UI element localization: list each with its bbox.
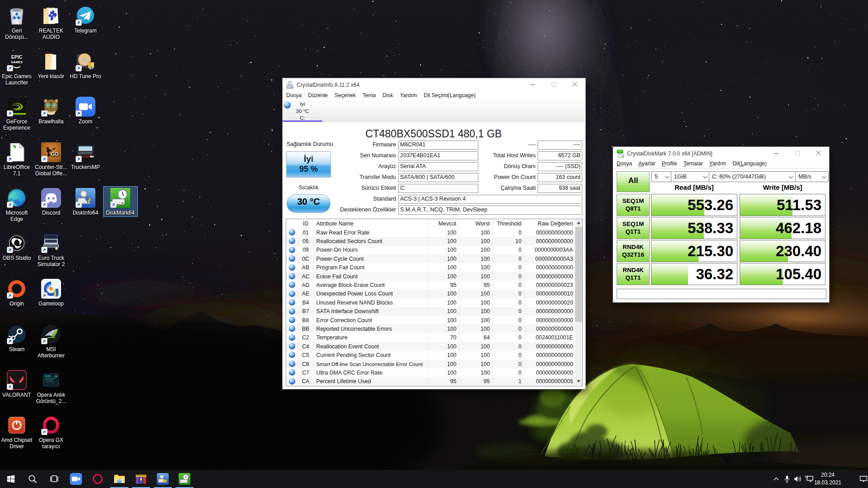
svg-text:GO: GO xyxy=(51,151,59,157)
svg-text:EPIC: EPIC xyxy=(11,54,23,60)
svg-text:GAMES: GAMES xyxy=(11,61,23,64)
